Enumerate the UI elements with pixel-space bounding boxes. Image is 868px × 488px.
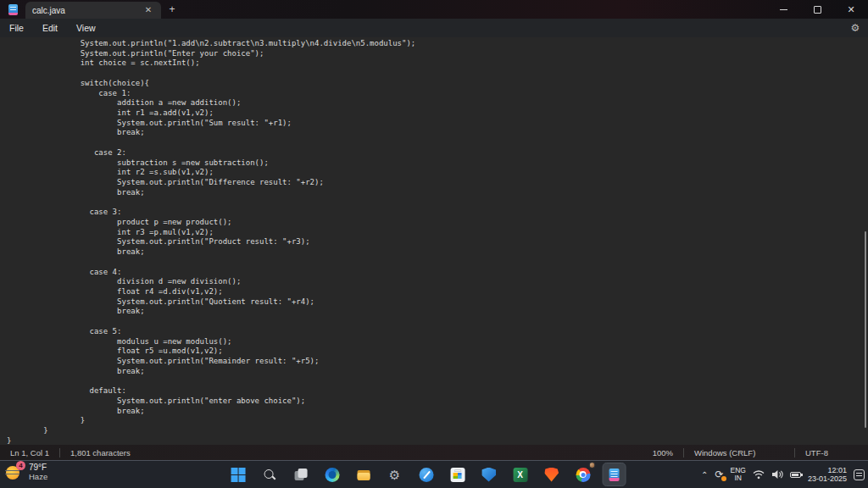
encoding: UTF-8 (795, 448, 868, 458)
clock[interactable]: 12:01 23-01-2025 (808, 466, 847, 484)
tray-date: 23-01-2025 (808, 474, 847, 484)
chrome-icon[interactable] (571, 463, 595, 486)
tab-calc-java[interactable]: calc.java ✕ (25, 2, 161, 19)
title-bar: calc.java ✕ + ✕ (0, 0, 868, 19)
task-view-icon[interactable] (289, 463, 313, 486)
menu-bar: File Edit View ⚙ (0, 19, 868, 37)
character-count: 1,801 characters (60, 448, 141, 458)
file-explorer-icon[interactable] (352, 463, 376, 486)
code-content[interactable]: System.out.println("1.add\n2.subtract\n3… (0, 37, 868, 445)
status-bar: Ln 1, Col 1 1,801 characters 100% Window… (0, 445, 868, 461)
tab-close-icon[interactable]: ✕ (142, 4, 154, 16)
excel-icon[interactable]: X (509, 463, 532, 486)
menu-edit[interactable]: Edit (33, 19, 67, 37)
menu-view[interactable]: View (67, 19, 105, 37)
language-indicator[interactable]: ENG IN (731, 467, 746, 482)
search-icon[interactable] (258, 463, 281, 486)
vertical-scrollbar-thumb[interactable] (865, 231, 866, 428)
tab-label: calc.java (32, 6, 136, 15)
settings-gear-icon[interactable]: ⚙ (843, 22, 868, 34)
haze-weather-icon: 4 (5, 463, 24, 481)
tray-chevron-up-icon[interactable]: ⌃ (701, 470, 708, 480)
taskbar-pinned-icons: ⚙X (226, 463, 626, 486)
brave-icon[interactable] (540, 463, 564, 486)
weather-temperature: 79°F (29, 463, 47, 472)
weather-widget[interactable]: 4 79°F Haze (5, 463, 47, 481)
battery-icon[interactable] (790, 472, 801, 478)
weather-badge: 4 (16, 461, 25, 470)
notification-center-icon[interactable] (854, 469, 865, 480)
system-tray: ⌃ ⟳ ENG IN 12:01 23-01-2025 (701, 461, 865, 488)
volume-icon[interactable] (771, 469, 783, 480)
taskbar: 4 79°F Haze ⚙X ⌃ ⟳ ENG IN (0, 461, 868, 488)
edge-icon[interactable] (320, 463, 344, 486)
cursor-position: Ln 1, Col 1 (0, 448, 59, 458)
zoom-level[interactable]: 100% (643, 448, 683, 458)
editor-area: System.out.println("1.add\n2.subtract\n3… (0, 37, 868, 445)
tray-time: 12:01 (808, 466, 847, 475)
settings-icon[interactable]: ⚙ (383, 463, 407, 486)
microsoft-store-icon[interactable] (446, 463, 470, 486)
weather-condition: Haze (29, 472, 47, 481)
new-tab-button[interactable]: + (161, 0, 183, 19)
notepad-icon[interactable] (603, 463, 626, 486)
wifi-icon[interactable] (753, 469, 765, 480)
maximize-button[interactable] (800, 0, 834, 19)
start-icon[interactable] (226, 463, 250, 486)
windows-security-icon[interactable] (477, 463, 501, 486)
notepad-window: calc.java ✕ + ✕ File Edit View ⚙ System.… (0, 0, 868, 488)
minimize-button[interactable] (766, 0, 800, 19)
browser-compass-icon[interactable] (415, 463, 438, 486)
menu-file[interactable]: File (0, 19, 33, 37)
close-button[interactable]: ✕ (834, 0, 868, 19)
notepad-app-icon (0, 0, 25, 19)
onedrive-sync-icon[interactable]: ⟳ (715, 469, 723, 480)
titlebar-drag-area (183, 0, 766, 19)
line-endings: Windows (CRLF) (684, 448, 794, 458)
